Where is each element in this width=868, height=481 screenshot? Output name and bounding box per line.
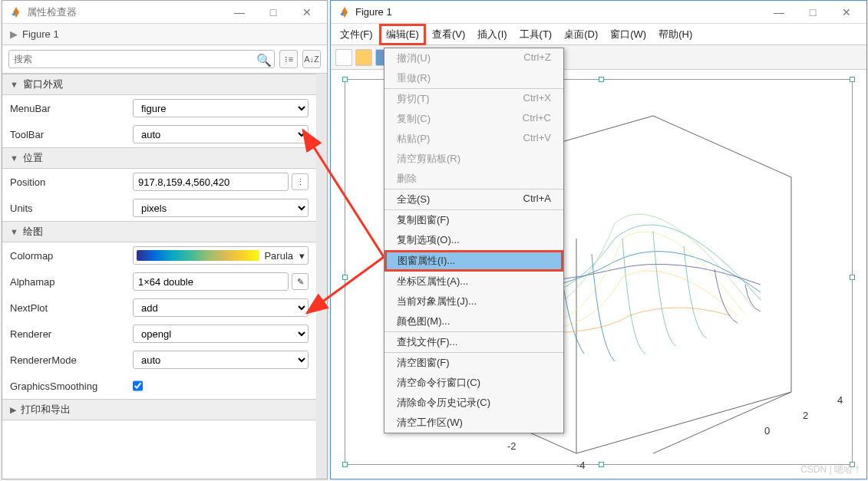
search-input[interactable] bbox=[8, 50, 275, 68]
menuitem-cut[interactable]: 剪切(T)Ctrl+X bbox=[384, 88, 563, 109]
label-graphicssmoothing: GraphicsSmoothing bbox=[10, 381, 133, 392]
matlab-icon bbox=[10, 6, 22, 18]
property-inspector-window: 属性检查器 — □ ✕ ▶ Figure 1 🔍 ⫶≡ A↓Z ▼窗口外观 Me… bbox=[2, 0, 328, 479]
chevron-right-icon: ▶ bbox=[10, 405, 16, 415]
minimize-button[interactable]: — bbox=[762, 1, 796, 24]
group-toggle-button[interactable]: ⫶≡ bbox=[279, 50, 298, 68]
selection-handle[interactable] bbox=[342, 462, 348, 467]
open-button[interactable] bbox=[355, 49, 372, 66]
close-button[interactable]: ✕ bbox=[830, 1, 863, 24]
selection-handle[interactable] bbox=[599, 77, 604, 82]
menu-help[interactable]: 帮助(H) bbox=[652, 25, 698, 44]
label-position: Position bbox=[10, 176, 133, 188]
colormap-preview-bar bbox=[137, 250, 259, 261]
label-units: Units bbox=[10, 203, 133, 214]
chevron-down-icon: ▼ bbox=[10, 153, 18, 163]
maximize-button[interactable]: □ bbox=[796, 1, 830, 24]
menuitem-clearfig[interactable]: 清空图窗(F) bbox=[384, 352, 563, 373]
menu-window[interactable]: 窗口(W) bbox=[604, 25, 652, 44]
section-print[interactable]: ▶打印和导出 bbox=[2, 399, 316, 420]
selection-handle[interactable] bbox=[850, 77, 855, 82]
figure-menubar: 文件(F) 编辑(E) 查看(V) 插入(I) 工具(T) 桌面(D) 窗口(W… bbox=[331, 24, 866, 45]
edit-button[interactable]: ✎ bbox=[292, 273, 309, 290]
menuitem-figprops[interactable]: 图窗属性(I)... bbox=[384, 250, 563, 272]
menuitem-clearclip[interactable]: 清空剪贴板(R) bbox=[384, 149, 563, 169]
colormap-name: Parula bbox=[264, 250, 293, 262]
section-position[interactable]: ▼位置 bbox=[2, 147, 316, 169]
menubar-select[interactable]: figure bbox=[133, 99, 309, 117]
menuitem-undo[interactable]: 撤消(U)Ctrl+Z bbox=[384, 48, 563, 68]
chevron-down-icon: ▾ bbox=[299, 250, 305, 262]
menuitem-findfiles[interactable]: 查找文件(F)... bbox=[384, 331, 563, 352]
label-renderer: Renderer bbox=[10, 328, 133, 340]
svg-text:-4: -4 bbox=[576, 460, 586, 469]
edit-menu-dropdown: 撤消(U)Ctrl+Z 重做(R) 剪切(T)Ctrl+X 复制(C)Ctrl+… bbox=[384, 48, 564, 433]
selection-handle[interactable] bbox=[342, 77, 348, 82]
label-alphamap: Alphamap bbox=[10, 276, 133, 288]
toolbar-select[interactable]: auto bbox=[133, 125, 309, 143]
menuitem-selectall[interactable]: 全选(S)Ctrl+A bbox=[384, 189, 563, 209]
menuitem-copy[interactable]: 复制(C)Ctrl+C bbox=[384, 109, 563, 129]
menu-tools[interactable]: 工具(T) bbox=[513, 25, 559, 44]
position-input[interactable] bbox=[133, 173, 289, 191]
inspector-breadcrumb[interactable]: ▶ Figure 1 bbox=[2, 24, 327, 45]
matlab-icon bbox=[338, 6, 351, 18]
figure-title: Figure 1 bbox=[355, 6, 762, 18]
breadcrumb-label: Figure 1 bbox=[22, 28, 59, 40]
label-nextplot: NextPlot bbox=[10, 302, 133, 314]
inspector-titlebar: 属性检查器 — □ ✕ bbox=[2, 1, 327, 24]
sort-button[interactable]: A↓Z bbox=[302, 50, 321, 68]
label-menubar: MenuBar bbox=[10, 103, 133, 114]
new-figure-button[interactable] bbox=[335, 49, 352, 66]
search-icon: 🔍 bbox=[256, 53, 272, 68]
alphamap-input[interactable] bbox=[133, 272, 289, 291]
menu-desktop[interactable]: 桌面(D) bbox=[558, 25, 604, 44]
label-renderermode: RendererMode bbox=[10, 354, 133, 366]
renderermode-select[interactable]: auto bbox=[133, 351, 309, 369]
menuitem-curobjprops[interactable]: 当前对象属性(J)... bbox=[384, 292, 563, 311]
menuitem-clearcmdhist[interactable]: 清除命令历史记录(C) bbox=[384, 393, 563, 413]
label-colormap: Colormap bbox=[10, 250, 133, 262]
svg-text:4: 4 bbox=[837, 394, 843, 406]
selection-handle[interactable] bbox=[342, 275, 348, 280]
menuitem-delete[interactable]: 删除 bbox=[384, 169, 563, 189]
svg-text:0: 0 bbox=[764, 425, 770, 437]
menuitem-clearcmdwin[interactable]: 清空命令行窗口(C) bbox=[384, 373, 563, 393]
menuitem-paste[interactable]: 粘贴(P)Ctrl+V bbox=[384, 129, 563, 149]
colormap-select[interactable]: Parula▾ bbox=[133, 246, 309, 265]
menu-view[interactable]: 查看(V) bbox=[426, 25, 471, 44]
chevron-down-icon: ▼ bbox=[10, 80, 18, 89]
menu-insert[interactable]: 插入(I) bbox=[471, 25, 513, 44]
menuitem-colormap[interactable]: 颜色图(M)... bbox=[384, 311, 563, 331]
chevron-down-icon: ▼ bbox=[10, 227, 18, 236]
svg-text:2: 2 bbox=[803, 410, 808, 421]
menuitem-copyfig[interactable]: 复制图窗(F) bbox=[384, 209, 563, 230]
menu-edit[interactable]: 编辑(E) bbox=[379, 24, 426, 45]
triangle-icon: ▶ bbox=[10, 28, 18, 40]
minimize-button[interactable]: — bbox=[223, 1, 256, 24]
section-plotting[interactable]: ▼绘图 bbox=[2, 221, 316, 242]
renderer-select[interactable]: opengl bbox=[133, 325, 309, 343]
maximize-button[interactable]: □ bbox=[256, 1, 290, 24]
section-appearance[interactable]: ▼窗口外观 bbox=[2, 74, 316, 95]
position-more-button[interactable]: ⋮ bbox=[292, 173, 309, 190]
menuitem-axesprops[interactable]: 坐标区属性(A)... bbox=[384, 272, 563, 292]
menu-file[interactable]: 文件(F) bbox=[334, 25, 379, 44]
search-row: 🔍 ⫶≡ A↓Z bbox=[2, 45, 327, 74]
units-select[interactable]: pixels bbox=[133, 199, 309, 217]
inspector-scrollbar[interactable] bbox=[316, 74, 327, 479]
label-toolbar: ToolBar bbox=[10, 129, 133, 140]
svg-text:-2: -2 bbox=[507, 440, 517, 452]
inspector-title: 属性检查器 bbox=[27, 5, 223, 19]
graphicssmoothing-checkbox[interactable] bbox=[133, 377, 143, 395]
menuitem-redo[interactable]: 重做(R) bbox=[384, 68, 563, 88]
inspector-content: ▼窗口外观 MenuBarfigure ToolBarauto ▼位置 Posi… bbox=[2, 74, 316, 479]
menuitem-clearws[interactable]: 清空工作区(W) bbox=[384, 413, 563, 433]
nextplot-select[interactable]: add bbox=[133, 298, 309, 317]
menuitem-copyopts[interactable]: 复制选项(O)... bbox=[384, 230, 563, 250]
watermark: CSDN | 嗯哈！ bbox=[800, 463, 862, 476]
close-button[interactable]: ✕ bbox=[290, 1, 324, 24]
figure-titlebar: Figure 1 — □ ✕ bbox=[331, 1, 866, 24]
